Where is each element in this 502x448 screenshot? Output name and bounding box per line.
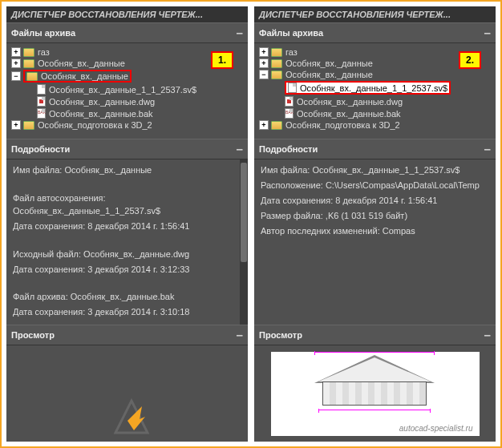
detail-line: Дата сохранения: 8 декабря 2014 г. 1:56:… [261, 195, 489, 208]
collapse-icon[interactable]: − [484, 26, 491, 39]
tree-item[interactable]: Особняк_вх._данные.bak [259, 107, 491, 119]
annotation-badge: 2. [459, 51, 481, 69]
section-label: Подробности [11, 144, 70, 154]
tree-item[interactable]: +Особняк_вх._данные [11, 58, 243, 69]
tree-label: Особняк_вх._данные [285, 70, 373, 79]
section-label: Файлы архива [259, 28, 323, 38]
tree-label: Особняк_вх._данные.bak [297, 109, 401, 119]
expand-icon[interactable]: + [11, 47, 21, 57]
section-header-details[interactable]: Подробности − [6, 139, 248, 159]
watermark: autocad-specialist.ru [399, 424, 473, 433]
section-label: Просмотр [11, 330, 55, 340]
tree-item[interactable]: +Особняк_подготовка к 3D_2 [259, 119, 491, 131]
folder-icon [23, 121, 34, 130]
tree-item-selected[interactable]: −Особняк_вх._данные [11, 69, 243, 83]
folder-icon [271, 48, 282, 57]
tree-label: Особняк_вх._данные.dwg [49, 97, 155, 107]
section-header-archive[interactable]: Файлы архива − [254, 22, 496, 43]
tree-label: Особняк_вх._данные [285, 59, 373, 68]
section-header-preview[interactable]: Просмотр − [254, 325, 496, 345]
panel-right: ДИСПЕТЧЕР ВОССТАНОВЛЕНИЯ ЧЕРТЕЖ... Файлы… [254, 6, 496, 442]
preview-pane [6, 345, 248, 442]
scrollbar[interactable] [240, 159, 248, 325]
tree-item[interactable]: Особняк_вх._данные.dwg [11, 95, 243, 107]
detail-line: Файл автосохранения: Особняк_вх._данные_… [13, 192, 241, 218]
dwg-icon [285, 96, 294, 107]
title-bar: ДИСПЕТЧЕР ВОССТАНОВЛЕНИЯ ЧЕРТЕЖ... [6, 6, 248, 22]
collapse-icon[interactable]: − [11, 71, 21, 81]
file-icon [288, 83, 297, 93]
bak-icon [285, 108, 294, 119]
folder-icon [26, 72, 38, 81]
tree-item[interactable]: +газ [11, 46, 243, 58]
tree-label: Особняк_вх._данные.bak [49, 109, 153, 119]
logo-icon [111, 397, 152, 437]
expand-icon[interactable]: + [259, 47, 269, 57]
annotation-badge: 1. [211, 51, 233, 69]
scroll-thumb[interactable] [241, 163, 247, 262]
folder-icon [23, 59, 34, 68]
detail-line: Файл архива: Особняк_вх._данные.bak [13, 291, 241, 304]
tree-item[interactable]: +Особняк_вх._данные [259, 58, 491, 69]
expand-icon[interactable]: + [259, 120, 269, 130]
drawing-thumbnail: autocad-specialist.ru [271, 352, 480, 436]
detail-line: Имя файла: Особняк_вх._данные_1_1_2537.s… [261, 164, 489, 177]
section-label: Файлы архива [11, 28, 75, 38]
details-pane: Имя файла: Особняк_вх._данные Файл автос… [6, 159, 248, 325]
detail-line: Расположение: C:\Users\Compas\AppData\Lo… [261, 180, 489, 192]
details-pane: Имя файла: Особняк_вх._данные_1_1_2537.s… [254, 159, 496, 325]
file-tree: 2. +газ +Особняк_вх._данные −Особняк_вх.… [254, 43, 496, 139]
collapse-icon[interactable]: − [237, 26, 243, 39]
tree-item[interactable]: Особняк_вх._данные.bak [11, 107, 243, 119]
detail-line: Исходный файл: Особняк_вх._данные.dwg [13, 248, 241, 261]
section-header-preview[interactable]: Просмотр − [6, 325, 248, 345]
tree-label: Особняк_вх._данные_1_1_2537.sv$ [300, 83, 447, 93]
detail-line: Имя файла: Особняк_вх._данные [13, 164, 241, 177]
dwg-icon [37, 96, 46, 107]
detail-line: Дата сохранения: 8 декабря 2014 г. 1:56:… [13, 220, 241, 233]
tree-item[interactable]: Особняк_вх._данные_1_1_2537.sv$ [11, 83, 243, 95]
collapse-icon[interactable]: − [484, 329, 491, 341]
section-label: Подробности [259, 144, 318, 154]
section-label: Просмотр [259, 330, 302, 340]
tree-label: Особняк_подготовка к 3D_2 [38, 120, 152, 130]
detail-line: Дата сохранения: 3 декабря 2014 г. 3:12:… [13, 264, 241, 276]
expand-icon[interactable]: + [11, 120, 21, 130]
folder-icon [271, 71, 282, 79]
folder-icon [23, 48, 34, 57]
expand-icon[interactable]: + [259, 59, 269, 68]
tree-label: Особняк_подготовка к 3D_2 [285, 120, 400, 130]
tree-label: Особняк_вх._данные.dwg [297, 97, 403, 107]
collapse-icon[interactable]: − [259, 70, 269, 79]
detail-line: Автор последних изменений: Compas [261, 225, 489, 238]
tree-label: Особняк_вх._данные [38, 59, 125, 68]
tree-label: Особняк_вх._данные_1_1_2537.sv$ [49, 85, 196, 95]
section-header-archive[interactable]: Файлы архива − [6, 22, 248, 43]
title-bar: ДИСПЕТЧЕР ВОССТАНОВЛЕНИЯ ЧЕРТЕЖ... [254, 6, 496, 22]
tree-item[interactable]: −Особняк_вх._данные [259, 69, 491, 80]
bak-icon [37, 108, 46, 119]
collapse-icon[interactable]: − [484, 143, 491, 155]
tree-item[interactable]: +газ [259, 46, 491, 58]
file-tree: 1. +газ +Особняк_вх._данные −Особняк_вх.… [6, 43, 248, 139]
preview-pane: autocad-specialist.ru [254, 345, 496, 442]
file-icon [37, 84, 46, 95]
folder-icon [271, 59, 282, 68]
tree-item-selected[interactable]: Особняк_вх._данные_1_1_2537.sv$ [259, 80, 491, 95]
tree-label: Особняк_вх._данные [41, 71, 128, 81]
expand-icon[interactable]: + [11, 59, 21, 68]
tree-item[interactable]: +Особняк_подготовка к 3D_2 [11, 119, 243, 131]
panel-left: ДИСПЕТЧЕР ВОССТАНОВЛЕНИЯ ЧЕРТЕЖ... Файлы… [6, 6, 248, 442]
detail-line: Дата сохранения: 3 декабря 2014 г. 3:10:… [13, 306, 241, 319]
section-header-details[interactable]: Подробности − [254, 139, 496, 159]
tree-item[interactable]: Особняк_вх._данные.dwg [259, 95, 491, 107]
collapse-icon[interactable]: − [237, 329, 243, 341]
tree-label: газ [38, 47, 50, 57]
app-container: ДИСПЕТЧЕР ВОССТАНОВЛЕНИЯ ЧЕРТЕЖ... Файлы… [0, 0, 502, 448]
tree-label: газ [285, 47, 298, 57]
folder-icon [271, 121, 282, 130]
detail-line: Размер файла: ,K6 (1 031 519 байт) [261, 210, 489, 223]
collapse-icon[interactable]: − [237, 143, 243, 155]
